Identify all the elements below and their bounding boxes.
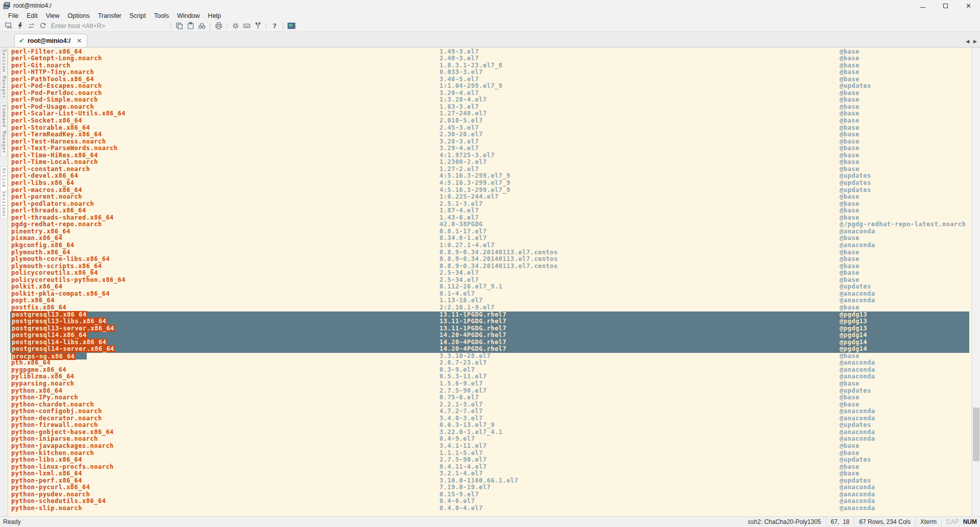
- package-row[interactable]: perl-Scalar-List-Utils.x86_641.27-248.el…: [8, 110, 971, 117]
- package-row[interactable]: perl-Pod-Simple.noarch1:3.28-4.el7@base: [8, 97, 971, 104]
- package-row[interactable]: python-configobj.noarch4.7.2-7.el7@anaco…: [8, 408, 971, 415]
- package-row[interactable]: perl-Socket.x86_642.010-5.el7@base: [8, 117, 971, 125]
- close-button[interactable]: ✕: [957, 0, 980, 11]
- package-row[interactable]: perl-Test-Harness.noarch3.28-3.el7@base: [8, 138, 971, 146]
- sidebar-tab-session-manager[interactable]: Session Manager: [1, 49, 8, 99]
- maximize-button[interactable]: [934, 0, 957, 11]
- package-row[interactable]: python-lxml.x86_643.2.1-4.el7@base: [8, 470, 971, 477]
- find-icon[interactable]: [196, 21, 207, 31]
- package-row[interactable]: postgresql13-server.x86_6413.11-1PGDG.rh…: [8, 325, 971, 332]
- package-row[interactable]: perl-podlators.noarch2.5.1-3.el7@base: [8, 201, 971, 208]
- package-row[interactable]: perl-Pod-Perldoc.noarch3.20-4.el7@base: [8, 90, 971, 97]
- minimize-button[interactable]: [911, 0, 934, 11]
- lightning-icon[interactable]: [14, 21, 26, 31]
- package-row[interactable]: python-linux-procfs.noarch0.4.11-4.el7@b…: [8, 464, 971, 471]
- xserver-icon[interactable]: [286, 21, 297, 31]
- menu-window[interactable]: Window: [173, 12, 204, 19]
- package-row[interactable]: python-pyudev.noarch0.15-9.el7@anaconda: [8, 491, 971, 498]
- help-icon[interactable]: ?: [269, 21, 280, 31]
- package-row[interactable]: postgresql13.x86_6413.11-1PGDG.rhel7@pgd…: [8, 312, 971, 319]
- session-tab[interactable]: ✔ root@minio4:/ ✕: [14, 34, 87, 47]
- scrollbar-thumb[interactable]: [973, 408, 979, 461]
- package-row[interactable]: postfix.x86_642:2.10.1-9.el7@base: [8, 304, 971, 312]
- keyboard-icon[interactable]: [241, 21, 252, 31]
- settings-icon[interactable]: [230, 21, 241, 31]
- package-row[interactable]: perl-Git.noarch1.8.3.1-23.el7_8@base: [8, 62, 971, 69]
- package-row[interactable]: python-chardet.noarch2.2.1-3.el7@base: [8, 401, 971, 409]
- package-row[interactable]: python-perf.x86_643.10.0-1160.66.1.el7@u…: [8, 477, 971, 485]
- package-row[interactable]: python.x86_642.7.5-90.el7@updates: [8, 388, 971, 395]
- package-row[interactable]: pyparsing.noarch1.5.6-9.el7@base: [8, 380, 971, 388]
- menu-tools[interactable]: Tools: [150, 12, 173, 19]
- host-quick-connect-input[interactable]: [51, 22, 166, 30]
- package-row[interactable]: procps-ng.x86_643.3.10-28.el7@base: [8, 353, 971, 360]
- sidebar-tab-command-manager[interactable]: Command Manager: [1, 102, 8, 157]
- menu-help[interactable]: Help: [204, 12, 225, 19]
- package-row[interactable]: plymouth-core-libs.x86_640.8.9-0.34.2014…: [8, 256, 971, 263]
- package-row[interactable]: python-gobject-base.x86_643.22.0-1.el7_4…: [8, 429, 971, 436]
- menu-edit[interactable]: Edit: [22, 12, 42, 19]
- package-row[interactable]: python-schedutils.x86_640.4-6.el7@anacon…: [8, 498, 971, 505]
- package-row[interactable]: pth.x86_642.0.7-23.el7@anaconda: [8, 360, 971, 367]
- tab-scroll-right-icon[interactable]: ▶: [973, 39, 977, 44]
- package-row[interactable]: perl-Text-ParseWords.noarch3.29-4.el7@ba…: [8, 145, 971, 152]
- package-row[interactable]: postgresql14.x86_6414.20-4PGDG.rhel7@pgd…: [8, 332, 971, 339]
- package-row[interactable]: plymouth-scripts.x86_640.8.9-0.34.201401…: [8, 263, 971, 270]
- menu-options[interactable]: Options: [64, 12, 94, 19]
- package-row[interactable]: python-pycurl.x86_647.19.0-19.el7@anacon…: [8, 484, 971, 491]
- package-row[interactable]: python-iniparse.noarch0.4-9.el7@anaconda: [8, 436, 971, 443]
- tab-scroll-left-icon[interactable]: ◀: [966, 39, 969, 44]
- terminal-scrollbar[interactable]: [971, 47, 980, 516]
- package-row[interactable]: python-slip.noarch0.4.0-4.el7@anaconda: [8, 505, 971, 512]
- print-icon[interactable]: [213, 21, 224, 31]
- package-row[interactable]: python-libs.x86_642.7.5-90.el7@updates: [8, 457, 971, 464]
- paste-icon[interactable]: [185, 21, 196, 31]
- package-row[interactable]: perl-threads.x86_641.87-4.el7@base: [8, 207, 971, 214]
- package-row[interactable]: perl-PathTools.x86_643.40-5.el7@base: [8, 76, 971, 83]
- package-row[interactable]: perl-threads-shared.x86_641.43-6.el7@bas…: [8, 214, 971, 222]
- package-row[interactable]: python-IPy.noarch0.75-6.el7@base: [8, 394, 971, 401]
- package-row[interactable]: perl-Pod-Escapes.noarch1:1.04-299.el7_9@…: [8, 83, 971, 90]
- menu-transfer[interactable]: Transfer: [94, 12, 126, 19]
- package-row[interactable]: policycoreutils.x86_642.5-34.el7@base: [8, 270, 971, 277]
- package-row[interactable]: popt.x86_641.13-16.el7@anaconda: [8, 297, 971, 304]
- package-row[interactable]: perl-macros.x86_644:5.16.3-299.el7_9@upd…: [8, 187, 971, 194]
- package-row[interactable]: pygpgme.x86_640.3-9.el7@anaconda: [8, 367, 971, 374]
- new-session-icon[interactable]: [3, 21, 14, 31]
- package-row[interactable]: perl-HTTP-Tiny.noarch0.033-3.el7@base: [8, 69, 971, 76]
- package-row[interactable]: python-kitchen.noarch1.1.1-5.el7@base: [8, 450, 971, 457]
- package-row[interactable]: perl-Storable.x86_642.45-3.el7@base: [8, 125, 971, 132]
- package-row[interactable]: perl-Filter.x86_641.49-3.el7@base: [8, 49, 971, 56]
- package-row[interactable]: pixman.x86_640.34.0-1.el7@base: [8, 235, 971, 242]
- plug-icon[interactable]: [252, 21, 263, 31]
- package-row[interactable]: postgresql13-libs.x86_6413.11-1PGDG.rhel…: [8, 318, 971, 325]
- package-row[interactable]: perl-devel.x86_644:5.16.3-299.el7_9@upda…: [8, 173, 971, 180]
- package-row[interactable]: perl-parent.noarch1:0.225-244.el7@base: [8, 194, 971, 201]
- package-row[interactable]: perl-Getopt-Long.noarch2.40-3.el7@base: [8, 55, 971, 62]
- package-row[interactable]: python-decorator.noarch3.4.0-3.el7@anaco…: [8, 415, 971, 422]
- copy-icon[interactable]: [174, 21, 185, 31]
- terminal[interactable]: perl-Filter.x86_641.49-3.el7@baseperl-Ge…: [8, 47, 971, 516]
- package-row[interactable]: perl-TermReadKey.x86_642.30-20.el7@base: [8, 131, 971, 138]
- package-row[interactable]: polkit-pkla-compat.x86_640.1-4.el7@anaco…: [8, 291, 971, 298]
- package-row[interactable]: perl-libs.x86_644:5.16.3-299.el7_9@updat…: [8, 180, 971, 187]
- package-row[interactable]: perl-Time-Local.noarch1.2300-2.el7@base: [8, 159, 971, 166]
- package-row[interactable]: pkgconfig.x86_641:0.27.1-4.el7@anaconda: [8, 242, 971, 249]
- package-row[interactable]: pyliblzma.x86_640.5.3-11.el7@anaconda: [8, 373, 971, 380]
- package-row[interactable]: plymouth.x86_640.8.9-0.34.20140113.el7.c…: [8, 249, 971, 256]
- package-row[interactable]: python-javapackages.noarch3.4.1-11.el7@b…: [8, 443, 971, 450]
- menu-view[interactable]: View: [42, 12, 64, 19]
- refresh-icon[interactable]: [26, 21, 37, 31]
- package-row[interactable]: perl-constant.noarch1.27-2.el7@base: [8, 166, 971, 173]
- package-row[interactable]: pgdg-redhat-repo.noarch42.0-38PGDG@/pgdg…: [8, 221, 971, 228]
- package-row[interactable]: polkit.x86_640.112-26.el7_9.1@updates: [8, 283, 971, 291]
- sidebar-tab-active-sessions[interactable]: Active Sessions: [1, 166, 8, 219]
- package-row[interactable]: perl-Time-HiRes.x86_644:1.9725-3.el7@bas…: [8, 152, 971, 159]
- reconnect-icon[interactable]: [37, 21, 48, 31]
- menu-file[interactable]: File: [4, 12, 22, 19]
- package-row[interactable]: pinentry.x86_640.8.1-17.el7@anaconda: [8, 228, 971, 235]
- package-row[interactable]: perl-Pod-Usage.noarch1.63-3.el7@base: [8, 104, 971, 111]
- tab-close-icon[interactable]: ✕: [77, 37, 82, 44]
- package-row[interactable]: postgresql14-server.x86_6414.20-4PGDG.rh…: [8, 346, 971, 353]
- package-row[interactable]: python-firewall.noarch0.6.3-13.el7_9@upd…: [8, 422, 971, 429]
